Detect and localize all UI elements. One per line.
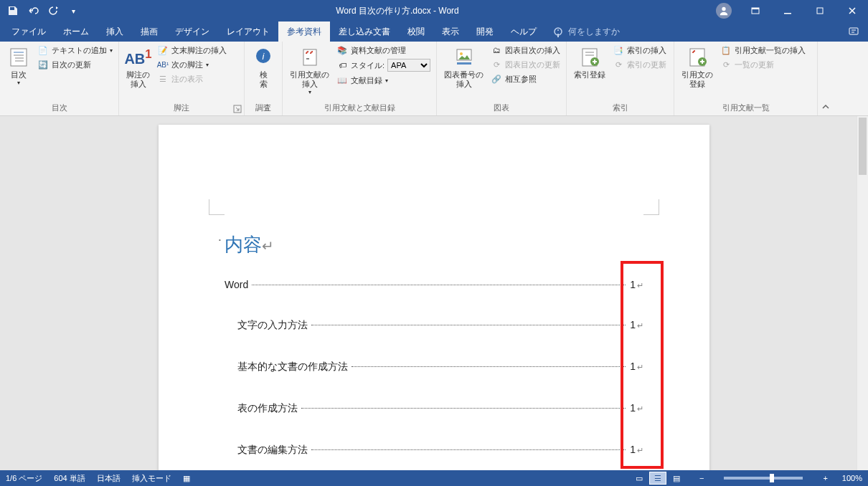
minimize-button[interactable] [771,0,803,22]
maximize-button[interactable] [803,0,836,22]
toc-entry[interactable]: 基本的な文書の作成方法1↵ [225,361,643,373]
qat-customize-button[interactable]: ▾ [65,2,82,19]
toc-entry[interactable]: Word1↵ [225,279,643,290]
group-label-citations: 引用文献と文献目録 [286,101,433,115]
account-avatar[interactable] [716,3,732,19]
toc-leader-dots [301,408,626,409]
svg-point-0 [722,7,725,11]
update-index-icon: ⟳ [613,59,624,70]
next-footnote-icon: AB¹ [157,59,169,70]
zoom-out-button[interactable]: − [697,474,707,482]
scroll-thumb[interactable] [859,118,867,175]
tab-校閲[interactable]: 校閲 [399,22,433,42]
toc-entry[interactable]: 文書の編集方法1↵ [225,444,643,457]
toc-heading[interactable]: 内容↵ [225,232,643,257]
toc-button[interactable]: 目次 ▾ [3,43,34,87]
status-bar: 1/6 ページ 604 単語 日本語 挿入モード ▦ ▭ ☰ ▤ − + 100… [0,470,868,486]
manage-sources-button[interactable]: 📚資料文献の管理 [334,43,433,57]
bibliography-button[interactable]: 📖文献目録▾ [334,73,433,87]
tab-デザイン[interactable]: デザイン [166,22,218,42]
mark-index-icon [578,46,601,69]
footnotes-dialog-launcher[interactable] [233,105,242,113]
share-button[interactable] [839,22,868,42]
insert-index-button[interactable]: 📑索引の挿入 [610,43,669,57]
tab-差し込み文書[interactable]: 差し込み文書 [330,22,399,42]
zoom-level[interactable]: 100% [842,474,862,482]
collapse-ribbon-button[interactable] [818,42,834,115]
insert-endnote-button[interactable]: 📝文末脚注の挿入 [154,43,230,57]
tab-ホーム[interactable]: ホーム [55,22,98,42]
caption-icon [453,46,476,69]
mark-citation-icon [686,46,709,69]
macro-icon[interactable]: ▦ [183,474,190,483]
toc-entry-text: 文書の編集方法 [237,444,310,457]
tab-レイアウト[interactable]: レイアウト [218,22,278,42]
web-layout-button[interactable]: ▤ [668,472,685,485]
smart-lookup-button[interactable]: i 検 索 [247,43,279,89]
insert-caption-button[interactable]: 図表番号の 挿入 [440,43,488,89]
tab-参考資料[interactable]: 参考資料 [278,22,330,42]
zoom-in-button[interactable]: + [820,474,830,482]
update-toc-button[interactable]: 🔄目次の更新 [34,57,115,72]
paragraph-marker: • [219,237,221,243]
zoom-slider[interactable] [724,477,803,480]
tell-me-placeholder: 何をしますか [568,26,620,38]
tab-ヘルプ[interactable]: ヘルプ [502,22,545,42]
mark-index-button[interactable]: 索引登録 [570,43,610,80]
page[interactable]: • 内容↵ Word1↵文字の入力方法1↵基本的な文書の作成方法1↵表の作成方法… [159,125,709,470]
mark-citation-button[interactable]: 引用文の 登録 [677,43,717,89]
bibliography-icon: 📖 [336,75,348,86]
add-text-button[interactable]: 📄テキストの追加▾ [34,43,115,57]
insert-authorities-button[interactable]: 📋引用文献一覧の挿入 [717,43,808,57]
tell-me-search[interactable]: 何をしますか [545,22,627,42]
document-area[interactable]: • 内容↵ Word1↵文字の入力方法1↵基本的な文書の作成方法1↵表の作成方法… [0,116,868,470]
next-footnote-button[interactable]: AB¹次の脚注▾ [154,57,230,72]
svg-rect-8 [849,28,858,34]
tab-挿入[interactable]: 挿入 [98,22,132,42]
group-toc: 目次 ▾ 📄テキストの追加▾ 🔄目次の更新 目次 [0,42,119,115]
vertical-scrollbar[interactable] [857,116,868,470]
close-button[interactable] [836,0,868,22]
toc-entry[interactable]: 表の作成方法1↵ [225,402,643,415]
toc-leader-dots [311,449,626,450]
paragraph-mark-icon: ↵ [637,281,643,290]
style-dropdown[interactable]: APA [387,59,430,72]
print-layout-button[interactable]: ☰ [649,472,666,485]
group-label-captions: 図表 [440,101,563,115]
undo-button[interactable] [24,2,42,19]
tab-描画[interactable]: 描画 [132,22,166,42]
show-notes-button: ☰注の表示 [154,72,230,86]
toc-entry-page: 1 [627,361,636,372]
save-button[interactable] [4,2,22,19]
update-icon: 🔄 [37,59,49,70]
toc-leader-dots [352,366,626,367]
citation-icon [298,46,321,69]
zoom-handle[interactable] [770,474,774,482]
manage-sources-icon: 📚 [336,44,348,56]
redo-button[interactable] [44,2,62,19]
language[interactable]: 日本語 [97,473,121,484]
svg-rect-3 [784,13,791,14]
ribbon-display-button[interactable] [739,0,771,22]
read-mode-button[interactable]: ▭ [631,472,648,485]
citation-style-select[interactable]: 🏷スタイル:APA [334,57,433,73]
group-footnotes: AB1 脚注の 挿入 📝文末脚注の挿入 AB¹次の脚注▾ ☰注の表示 脚注 [119,42,245,115]
tab-表示[interactable]: 表示 [433,22,468,42]
group-label-index: 索引 [570,101,671,115]
insert-citation-button[interactable]: 引用文献の 挿入▾ [286,43,334,96]
toc-entry-text: 表の作成方法 [237,402,300,415]
footnote-icon: AB1 [127,46,150,69]
tab-開発[interactable]: 開発 [468,22,502,42]
toc-entry-page: 1 [627,279,636,290]
toc-entry-page: 1 [627,444,636,455]
insert-footnote-button[interactable]: AB1 脚注の 挿入 [122,43,154,89]
cross-reference-button[interactable]: 🔗相互参照 [488,72,563,86]
tab-ファイル[interactable]: ファイル [3,22,55,42]
toc-entry[interactable]: 文字の入力方法1↵ [225,319,643,332]
insert-figtable-button[interactable]: 🗂図表目次の挿入 [488,43,563,57]
word-count[interactable]: 604 単語 [54,473,85,484]
group-index: 索引登録 📑索引の挿入 ⟳索引の更新 索引 [567,42,674,115]
page-count[interactable]: 1/6 ページ [6,473,42,484]
document-content[interactable]: 内容↵ Word1↵文字の入力方法1↵基本的な文書の作成方法1↵表の作成方法1↵… [225,232,643,470]
insert-mode[interactable]: 挿入モード [132,473,171,484]
